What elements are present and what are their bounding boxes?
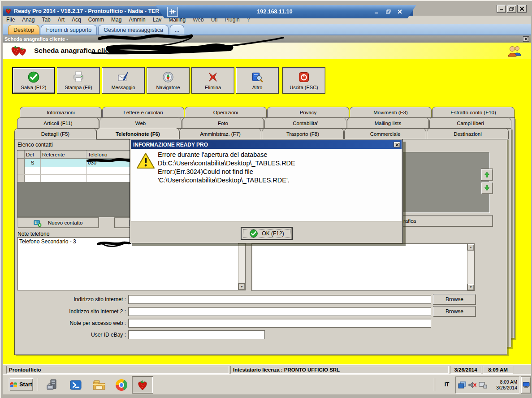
navigator-button[interactable]: Navigatore [147, 67, 190, 94]
menu-item-tab[interactable]: Tab [38, 17, 54, 23]
move-down-button[interactable] [481, 182, 493, 194]
show-desktop-button[interactable] [521, 376, 531, 394]
menu-item-ammin[interactable]: Ammin [125, 17, 149, 23]
session-tab-messaggistica[interactable]: Gestione messaggistica [98, 25, 169, 35]
strawberry-icon [137, 379, 148, 391]
scroll-down-icon[interactable]: ▼ [467, 284, 474, 290]
tab-dettagli[interactable]: Dettagli (F5) [14, 128, 96, 139]
rdp-restore-button[interactable] [383, 8, 393, 16]
tab-operazioni[interactable]: Operazioni [185, 107, 267, 118]
message-button[interactable]: Messaggio [102, 67, 145, 94]
phone-notes-scrollbar[interactable]: ▲ ▼ [238, 238, 245, 290]
taskbar-clock[interactable]: 8:09 AM 3/26/2014 [496, 379, 517, 391]
dialog-body: Errore durante l'apertura del database D… [131, 149, 402, 221]
tab-campi-liberi[interactable]: Campi liberi [429, 117, 511, 129]
rdp-connection-bar[interactable]: 192.168.11.10 [156, 5, 416, 18]
new-contact-button[interactable]: Nuovo contatto [17, 217, 99, 228]
outer-restore-button[interactable] [507, 5, 516, 13]
status-app-name: Prontoufficio [6, 366, 229, 374]
contacts-people-icon[interactable] [507, 45, 523, 57]
chrome-icon[interactable] [115, 378, 128, 392]
language-indicator[interactable]: IT [441, 379, 453, 390]
save-button[interactable]: Salva (F12) [12, 67, 55, 94]
powershell-icon[interactable] [69, 378, 82, 392]
contact-card-plus-icon [34, 219, 42, 227]
outer-close-button[interactable] [517, 5, 527, 13]
browse-button-1[interactable]: Browse [433, 294, 476, 305]
web-access-notes-input[interactable] [128, 319, 431, 328]
page-header: Scheda anagrafica cliente - [3, 43, 531, 59]
desktop-monitor-icon [523, 382, 530, 388]
outer-minimize-button[interactable] [497, 5, 506, 13]
menu-item-mag[interactable]: Mag [108, 17, 125, 23]
start-button[interactable]: Start [9, 378, 33, 391]
scroll-up-icon[interactable]: ▲ [467, 244, 474, 251]
browse-button-2[interactable]: Browse [433, 306, 476, 317]
session-tab-forum[interactable]: Forum di supporto [41, 25, 97, 35]
pin-icon[interactable] [167, 7, 178, 17]
ready-pro-taskbar-button[interactable] [132, 376, 153, 394]
rdp-controls [372, 8, 405, 16]
column-header-telefono[interactable]: Telefono [87, 151, 133, 159]
tab-amministraz[interactable]: Amministraz. (F7) [179, 128, 261, 139]
move-up-button[interactable] [481, 169, 493, 181]
menu-item-file[interactable]: File [3, 17, 18, 23]
tab-commerciale[interactable]: Commerciale [344, 128, 426, 139]
session-tab-more[interactable]: ... [170, 25, 184, 35]
menu-item-comm[interactable]: Comm [85, 17, 108, 23]
print-button[interactable]: Stampa (F9) [57, 67, 100, 94]
site-url-2-input[interactable] [128, 307, 431, 316]
tab-privacy[interactable]: Privacy [267, 107, 349, 118]
secondary-notes-scrollbar[interactable]: ▲ ▼ [467, 244, 474, 290]
menu-item-art[interactable]: Art [54, 17, 68, 23]
ok-button[interactable]: OK (F12) [241, 227, 293, 240]
tab-web[interactable]: Web [99, 117, 182, 129]
tab-movimenti[interactable]: Movimenti (F3) [350, 107, 432, 118]
rdp-close-button[interactable] [395, 8, 405, 16]
windows-flag-icon [10, 381, 17, 388]
focus-ring [243, 229, 290, 238]
menu-item-acq[interactable]: Acq [68, 17, 85, 23]
tab-informazioni[interactable]: Informazioni [20, 107, 102, 118]
dialog-close-button[interactable] [394, 142, 400, 147]
tab-destinazioni[interactable]: Destinazioni [427, 128, 509, 139]
tab-trasporto[interactable]: Trasporto (F8) [262, 128, 344, 139]
cell-telefono: 030 [87, 159, 133, 167]
remote-desktop-screen: Ready Pro 2014 - V16.2.17 - Prontouffici… [0, 0, 532, 398]
app-title: Ready Pro 2014 - V16.2.17 - Prontouffici… [14, 8, 159, 14]
phone-notes-textarea[interactable]: Telefono Secondario - 3 ▲ ▼ [17, 237, 246, 290]
caption-close-button[interactable] [523, 36, 529, 42]
status-bar: Prontoufficio Intestatario licenza : PRO… [3, 364, 531, 374]
rdp-minimize-button[interactable] [372, 8, 381, 16]
column-header-referente[interactable]: Referente [41, 151, 87, 159]
error-line-2: Db:C:\Users\contabilita\Desktop\_TABLES.… [158, 160, 295, 167]
exit-button[interactable]: Uscita (ESC) [282, 67, 325, 94]
file-manager-icon[interactable] [92, 378, 106, 392]
site-url-input[interactable] [128, 295, 431, 304]
clock-time: 8:09 AM [496, 379, 517, 385]
tab-telefono-note[interactable]: Telefono/note (F6) [96, 128, 179, 140]
menu-item-lav[interactable]: Lav [149, 17, 165, 23]
tab-contabilita[interactable]: Contabilita' [264, 117, 346, 129]
status-license: Intestatario licenza : PRONTO UFFICIO SR… [230, 366, 449, 374]
error-line-1: Errore durante l'apertura del database [158, 151, 268, 158]
secondary-notes-textarea[interactable]: ▲ ▼ [251, 243, 475, 291]
tab-articoli[interactable]: Articoli (F11) [17, 117, 99, 129]
column-header-def[interactable]: Def [25, 151, 41, 159]
muted-speaker-icon[interactable] [468, 381, 477, 389]
tab-foto[interactable]: Foto [182, 117, 264, 129]
dialog-title-bar[interactable]: INFORMAZIONE READY PRO [131, 140, 402, 149]
ebay-user-id-input[interactable] [128, 330, 265, 339]
more-button[interactable]: Altro [236, 67, 279, 94]
session-tab-desktop[interactable]: Desktop [8, 25, 39, 35]
tab-mailing-lists[interactable]: Mailing lists [347, 117, 429, 129]
network-icon[interactable] [478, 381, 487, 389]
scroll-down-icon[interactable]: ▼ [238, 283, 245, 290]
tab-lettere-e-circolari[interactable]: Lettere e circolari [102, 107, 184, 118]
delete-button[interactable]: Elimina [191, 67, 234, 94]
envelope-pen-icon [117, 71, 130, 83]
tab-estratto-conto[interactable]: Estratto conto (F10) [432, 107, 515, 118]
server-tools-icon[interactable] [45, 378, 59, 392]
menu-item-anag[interactable]: Anag [18, 17, 38, 23]
rdp-session-icon[interactable] [458, 381, 467, 389]
